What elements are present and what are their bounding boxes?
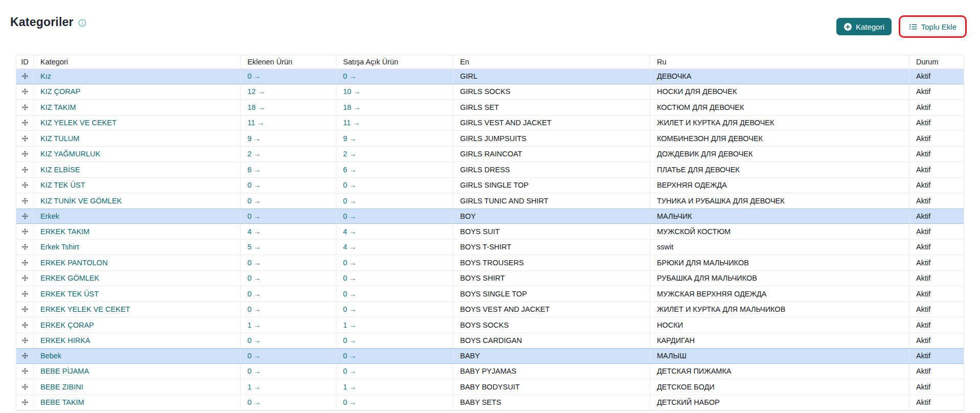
added-products-link[interactable]: 0 →	[247, 352, 261, 360]
move-icon[interactable]	[21, 352, 29, 359]
added-products-link[interactable]: 1 →	[247, 321, 261, 329]
move-icon[interactable]	[21, 119, 29, 126]
move-icon[interactable]	[21, 150, 29, 157]
move-icon[interactable]	[21, 73, 29, 80]
category-link[interactable]: KIZ TUNİK VE GÖMLEK	[40, 197, 122, 205]
added-products-link[interactable]: 0 →	[247, 290, 261, 298]
move-icon[interactable]	[21, 306, 29, 313]
category-link[interactable]: KIZ ÇORAP	[40, 87, 80, 96]
added-products-link[interactable]: 0 →	[247, 181, 261, 189]
category-link[interactable]: KIZ YELEK VE CEKET	[40, 119, 117, 127]
move-icon[interactable]	[21, 197, 29, 204]
move-icon[interactable]	[21, 259, 29, 266]
bulk-add-button[interactable]: Toplu Ekle	[901, 18, 964, 35]
open-for-sale-link[interactable]: 0 →	[343, 181, 356, 189]
open-for-sale-link[interactable]: 4 →	[343, 227, 356, 236]
open-for-sale-link[interactable]: 0 →	[343, 72, 356, 80]
added-products-link[interactable]: 0 →	[247, 305, 261, 313]
added-products-link[interactable]: 4 →	[247, 227, 261, 236]
drag-handle[interactable]	[16, 317, 34, 333]
added-products-link[interactable]: 0 →	[247, 367, 261, 375]
added-products-link[interactable]: 0 →	[247, 336, 261, 345]
drag-handle[interactable]	[16, 240, 34, 255]
open-for-sale-link[interactable]: 1 →	[343, 383, 356, 391]
move-icon[interactable]	[21, 228, 29, 235]
added-products-link[interactable]: 0 →	[247, 212, 261, 220]
drag-handle[interactable]	[16, 84, 34, 100]
drag-handle[interactable]	[16, 193, 34, 209]
added-products-link[interactable]: 5 →	[247, 243, 261, 251]
open-for-sale-link[interactable]: 0 →	[343, 305, 356, 313]
open-for-sale-link[interactable]: 0 →	[343, 197, 356, 205]
added-products-link[interactable]: 0 →	[247, 72, 261, 80]
category-link[interactable]: BEBE ZIBINI	[40, 383, 83, 391]
drag-handle[interactable]	[16, 286, 34, 302]
drag-handle[interactable]	[16, 271, 34, 286]
drag-handle[interactable]	[16, 255, 34, 270]
category-link[interactable]: KIZ TAKIM	[40, 103, 76, 111]
open-for-sale-link[interactable]: 4 →	[343, 243, 356, 251]
category-link[interactable]: ERKEK ÇORAP	[40, 321, 94, 329]
category-link[interactable]: ERKEK TAKIM	[40, 227, 89, 236]
added-products-link[interactable]: 9 →	[247, 134, 261, 143]
open-for-sale-link[interactable]: 2 →	[343, 150, 356, 158]
added-products-link[interactable]: 0 →	[247, 398, 261, 406]
drag-handle[interactable]	[16, 333, 34, 349]
open-for-sale-link[interactable]: 11 →	[343, 119, 360, 127]
drag-handle[interactable]	[16, 178, 34, 193]
open-for-sale-link[interactable]: 9 →	[343, 134, 356, 143]
category-link[interactable]: ERKEK GÖMLEK	[40, 274, 99, 282]
move-icon[interactable]	[21, 104, 29, 111]
category-link[interactable]: ERKEK TEK ÜST	[40, 290, 99, 298]
category-link[interactable]: BEBE PİJAMA	[40, 367, 89, 375]
open-for-sale-link[interactable]: 18 →	[343, 103, 360, 111]
open-for-sale-link[interactable]: 0 →	[343, 336, 356, 345]
add-category-button[interactable]: Kategori	[836, 18, 892, 35]
open-for-sale-link[interactable]: 6 →	[343, 166, 356, 174]
drag-handle[interactable]	[16, 349, 34, 363]
category-link[interactable]: Bebek	[40, 352, 61, 360]
drag-handle[interactable]	[16, 116, 34, 131]
added-products-link[interactable]: 18 →	[247, 103, 265, 111]
category-link[interactable]: Erkek Tshirt	[40, 243, 79, 251]
open-for-sale-link[interactable]: 0 →	[343, 398, 356, 406]
drag-handle[interactable]	[16, 224, 34, 239]
added-products-link[interactable]: 1 →	[247, 383, 261, 391]
drag-handle[interactable]	[16, 302, 34, 317]
open-for-sale-link[interactable]: 0 →	[343, 352, 356, 360]
added-products-link[interactable]: 11 →	[247, 119, 264, 127]
drag-handle[interactable]	[16, 379, 34, 395]
added-products-link[interactable]: 0 →	[247, 274, 261, 282]
drag-handle[interactable]	[16, 69, 34, 84]
category-link[interactable]: KIZ YAĞMURLUK	[40, 150, 100, 158]
category-link[interactable]: Kız	[40, 72, 51, 80]
drag-handle[interactable]	[16, 364, 34, 379]
move-icon[interactable]	[21, 383, 29, 391]
move-icon[interactable]	[21, 135, 29, 142]
category-link[interactable]: BEBE TAKIM	[40, 398, 84, 406]
open-for-sale-link[interactable]: 0 →	[343, 367, 356, 375]
added-products-link[interactable]: 6 →	[247, 166, 261, 174]
info-icon[interactable]	[78, 19, 86, 27]
added-products-link[interactable]: 12 →	[247, 87, 265, 96]
move-icon[interactable]	[21, 399, 29, 406]
move-icon[interactable]	[21, 181, 29, 189]
move-icon[interactable]	[21, 213, 29, 220]
drag-handle[interactable]	[16, 209, 34, 224]
category-link[interactable]: KIZ ELBİSE	[40, 166, 80, 174]
move-icon[interactable]	[21, 322, 29, 329]
category-link[interactable]: KIZ TULUM	[40, 134, 79, 143]
open-for-sale-link[interactable]: 0 →	[343, 212, 356, 220]
category-link[interactable]: ERKEK YELEK VE CEKET	[40, 305, 130, 313]
move-icon[interactable]	[21, 243, 29, 250]
open-for-sale-link[interactable]: 0 →	[343, 290, 356, 298]
move-icon[interactable]	[21, 166, 29, 173]
added-products-link[interactable]: 0 →	[247, 259, 261, 267]
category-link[interactable]: ERKEK HIRKA	[40, 336, 90, 345]
move-icon[interactable]	[21, 290, 29, 297]
category-link[interactable]: Erkek	[40, 212, 59, 220]
added-products-link[interactable]: 2 →	[247, 150, 261, 158]
open-for-sale-link[interactable]: 0 →	[343, 274, 356, 282]
drag-handle[interactable]	[16, 131, 34, 146]
added-products-link[interactable]: 0 →	[247, 197, 261, 205]
